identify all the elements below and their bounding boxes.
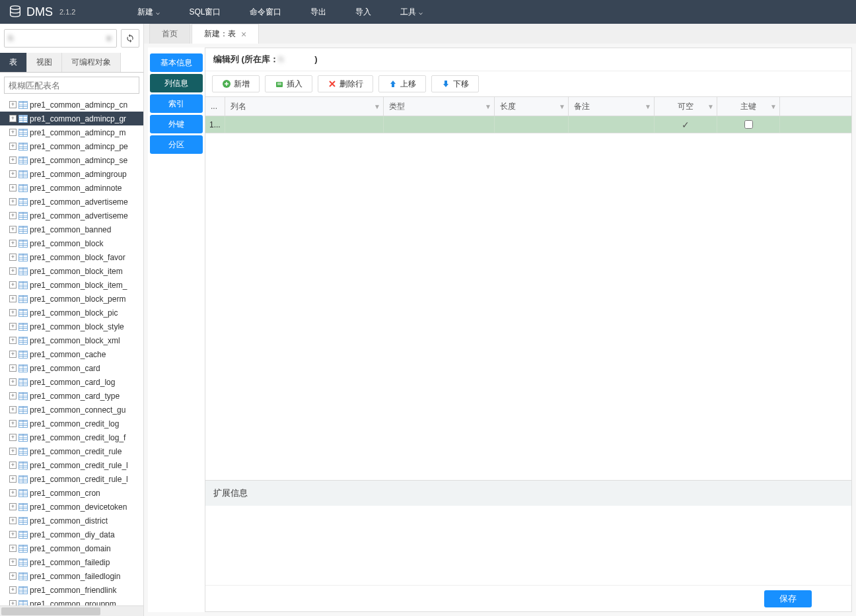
expand-icon[interactable]: +	[9, 254, 17, 261]
expand-icon[interactable]: +	[9, 337, 17, 344]
expand-icon[interactable]: +	[9, 559, 17, 566]
menu-4[interactable]: 导入	[341, 0, 386, 24]
toolbar-up-button[interactable]: 上移	[378, 75, 426, 92]
table-item[interactable]: +pre1_common_credit_log_f	[0, 430, 143, 444]
table-item[interactable]: +pre1_common_grouppm	[0, 597, 143, 605]
table-item[interactable]: +pre1_common_adminnote	[0, 181, 143, 195]
obj-tab-1[interactable]: 视图	[27, 53, 62, 72]
table-tree[interactable]: +pre1_common_admincp_cn+pre1_common_admi…	[0, 98, 143, 605]
table-search-input[interactable]	[4, 77, 139, 94]
table-item[interactable]: +pre1_common_advertiseme	[0, 195, 143, 209]
col-header-5[interactable]: 可空▼	[655, 97, 717, 116]
filter-icon[interactable]: ▼	[559, 103, 565, 110]
toolbar-insert-button[interactable]: 插入	[265, 75, 312, 92]
expand-icon[interactable]: +	[9, 475, 17, 483]
expand-icon[interactable]: +	[9, 267, 17, 275]
table-item[interactable]: +pre1_common_connect_gu	[0, 403, 143, 417]
table-item[interactable]: +pre1_common_block_pic	[0, 306, 143, 320]
toolbar-add-button[interactable]: 新增	[212, 75, 260, 92]
expand-icon[interactable]: +	[9, 170, 17, 178]
vtab-2[interactable]: 索引	[150, 94, 203, 113]
expand-icon[interactable]: +	[9, 323, 17, 330]
expand-icon[interactable]: +	[9, 406, 17, 413]
grid-body[interactable]: 1...✓	[205, 116, 851, 480]
col-header-0[interactable]: ...	[205, 97, 225, 116]
menu-5[interactable]: 工具⌵	[386, 0, 437, 24]
cell[interactable]	[495, 116, 569, 133]
expand-icon[interactable]: +	[9, 462, 17, 469]
expand-icon[interactable]: +	[9, 240, 17, 247]
toolbar-delete-button[interactable]: 删除行	[318, 75, 373, 92]
grid-row[interactable]: 1...✓	[205, 116, 851, 133]
col-header-1[interactable]: 列名▼	[225, 97, 384, 116]
table-item[interactable]: +pre1_common_admincp_m	[0, 125, 143, 139]
col-header-6[interactable]: 主键▼	[717, 97, 780, 116]
menu-0[interactable]: 新建⌵	[123, 0, 174, 24]
expand-icon[interactable]: +	[9, 517, 17, 524]
table-item[interactable]: +pre1_common_district	[0, 514, 143, 528]
table-item[interactable]: +pre1_common_block_xml	[0, 333, 143, 347]
expand-icon[interactable]: +	[9, 448, 17, 455]
expand-icon[interactable]: +	[9, 351, 17, 358]
table-item[interactable]: +pre1_common_block	[0, 236, 143, 250]
expand-icon[interactable]: +	[9, 115, 17, 122]
table-item[interactable]: +pre1_common_devicetoken	[0, 500, 143, 514]
expand-icon[interactable]: +	[9, 143, 17, 150]
expand-icon[interactable]: +	[9, 212, 17, 219]
table-item[interactable]: +pre1_common_admincp_pe	[0, 139, 143, 153]
expand-icon[interactable]: +	[9, 129, 17, 136]
expand-icon[interactable]: +	[9, 420, 17, 427]
filter-icon[interactable]: ▼	[707, 103, 714, 110]
table-item[interactable]: +pre1_common_block_item	[0, 264, 143, 278]
table-item[interactable]: +pre1_common_credit_rule_l	[0, 472, 143, 486]
expand-icon[interactable]: +	[9, 281, 17, 289]
expand-icon[interactable]: +	[9, 572, 17, 580]
content-tab-1[interactable]: 新建：表×	[192, 24, 259, 44]
scrollbar-horizontal[interactable]	[0, 605, 143, 616]
expand-icon[interactable]: +	[9, 531, 17, 538]
cell[interactable]	[384, 116, 495, 133]
col-header-2[interactable]: 类型▼	[384, 97, 495, 116]
expand-icon[interactable]: +	[9, 586, 17, 594]
table-item[interactable]: +pre1_common_friendlink	[0, 583, 143, 597]
expand-icon[interactable]: +	[9, 503, 17, 510]
table-item[interactable]: +pre1_common_failedip	[0, 555, 143, 569]
pk-checkbox[interactable]	[744, 120, 753, 129]
expand-icon[interactable]: +	[9, 226, 17, 233]
filter-icon[interactable]: ▼	[770, 103, 777, 110]
menu-3[interactable]: 导出	[296, 0, 341, 24]
table-item[interactable]: +pre1_common_cron	[0, 486, 143, 500]
table-item[interactable]: +pre1_common_advertiseme	[0, 209, 143, 222]
vtab-1[interactable]: 列信息	[150, 74, 203, 92]
expand-icon[interactable]: +	[9, 364, 17, 372]
content-tab-0[interactable]: 首页	[149, 24, 190, 44]
table-item[interactable]: +pre1_common_cache	[0, 347, 143, 361]
menu-1[interactable]: SQL窗口	[174, 0, 235, 24]
col-header-4[interactable]: 备注▼	[569, 97, 655, 116]
cell[interactable]: ✓	[655, 116, 717, 133]
table-item[interactable]: +pre1_common_card_log	[0, 375, 143, 389]
expand-icon[interactable]: +	[9, 156, 17, 164]
expand-icon[interactable]: +	[9, 295, 17, 302]
table-item[interactable]: +pre1_common_block_style	[0, 320, 143, 333]
expand-icon[interactable]: +	[9, 545, 17, 552]
table-item[interactable]: +pre1_common_block_perm	[0, 292, 143, 306]
filter-icon[interactable]: ▼	[645, 103, 651, 110]
table-item[interactable]: +pre1_common_block_favor	[0, 250, 143, 264]
expand-icon[interactable]: +	[9, 198, 17, 205]
table-item[interactable]: +pre1_common_domain	[0, 541, 143, 555]
table-item[interactable]: +pre1_common_credit_rule	[0, 444, 143, 458]
table-item[interactable]: +pre1_common_credit_rule_l	[0, 458, 143, 472]
table-item[interactable]: +pre1_common_block_item_	[0, 278, 143, 292]
toolbar-down-button[interactable]: 下移	[431, 75, 479, 92]
cell[interactable]	[717, 116, 780, 133]
cell[interactable]: 1...	[205, 116, 225, 133]
table-item[interactable]: +pre1_common_admincp_cn	[0, 98, 143, 112]
filter-icon[interactable]: ▼	[485, 103, 491, 110]
table-item[interactable]: +pre1_common_banned	[0, 222, 143, 236]
expand-icon[interactable]: +	[9, 101, 17, 108]
table-item[interactable]: +pre1_common_admincp_gr	[0, 112, 143, 125]
refresh-button[interactable]	[121, 29, 139, 48]
table-item[interactable]: +pre1_common_card	[0, 361, 143, 375]
expand-icon[interactable]: +	[9, 392, 17, 399]
